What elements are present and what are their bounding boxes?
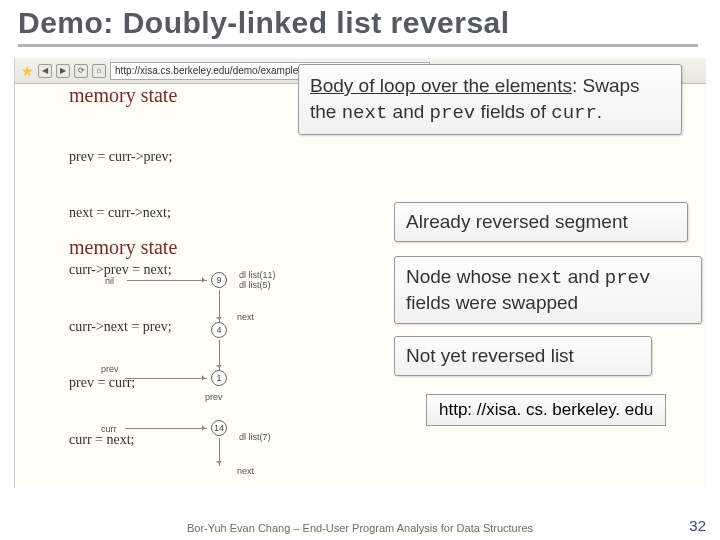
code-prev: prev — [430, 102, 476, 124]
arrow-4-to-1 — [219, 340, 220, 370]
page-number: 32 — [689, 517, 706, 534]
arrow-curr-to-14 — [125, 428, 207, 429]
text: Node whose — [406, 266, 517, 287]
text: . — [597, 101, 602, 122]
next-label: next — [237, 312, 254, 322]
memory-diagram: nil 9 dl list(11) dl list(5) next 4 prev… — [65, 264, 405, 484]
code-curr: curr — [551, 102, 597, 124]
slide-title: Demo: Doubly-linked list reversal — [18, 6, 698, 47]
arrow-9-to-4 — [219, 290, 220, 322]
forward-button[interactable]: ▶ — [56, 64, 70, 78]
node-1: 1 — [211, 370, 227, 386]
prev-label-2: prev — [205, 392, 223, 402]
next-label-2: next — [237, 466, 254, 476]
code-next: next — [342, 102, 388, 124]
dlist-5-label: dl list(5) — [239, 280, 271, 290]
code-line: prev = curr->prev; — [69, 148, 172, 167]
text: and — [563, 266, 605, 287]
dlist-7-label: dl list(7) — [239, 432, 271, 442]
prev-label: prev — [101, 364, 119, 374]
node-4: 4 — [211, 322, 227, 338]
code-line: next = curr->next; — [69, 204, 172, 223]
nil-label: nil — [105, 276, 114, 286]
memory-state-label-top: memory state — [69, 84, 177, 107]
footer-text: Bor-Yuh Evan Chang – End-User Program An… — [0, 522, 720, 534]
code-prev: prev — [605, 267, 651, 289]
favorite-icon[interactable]: ★ — [21, 63, 34, 79]
arrow-14-down — [219, 438, 220, 466]
curr-label: curr — [101, 424, 117, 434]
home-button[interactable]: ⌂ — [92, 64, 106, 78]
node-9: 9 — [211, 272, 227, 288]
reload-button[interactable]: ⟳ — [74, 64, 88, 78]
text: fields of — [475, 101, 551, 122]
callout-body-underline: Body of loop over the elements — [310, 75, 572, 96]
callout-loop-body: Body of loop over the elements: Swaps th… — [298, 64, 682, 135]
callout-not-yet-reversed: Not yet reversed list — [394, 336, 652, 376]
node-14: 14 — [211, 420, 227, 436]
url-display-box: http: //xisa. cs. berkeley. edu — [426, 394, 666, 426]
dlist-11-label: dl list(11) — [239, 270, 276, 280]
text: fields were swapped — [406, 292, 578, 313]
callout-reversed-segment: Already reversed segment — [394, 202, 688, 242]
memory-state-label-bottom: memory state — [69, 236, 177, 259]
back-button[interactable]: ◀ — [38, 64, 52, 78]
callout-swapped-node: Node whose next and prev fields were swa… — [394, 256, 702, 324]
arrow-nil-to-9 — [127, 280, 207, 281]
text: and — [387, 101, 429, 122]
arrow-prev-to-1 — [125, 378, 207, 379]
code-next: next — [517, 267, 563, 289]
